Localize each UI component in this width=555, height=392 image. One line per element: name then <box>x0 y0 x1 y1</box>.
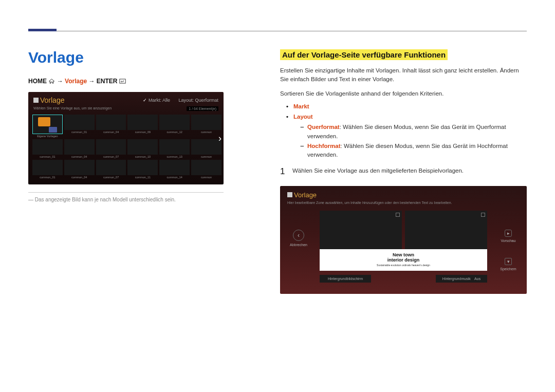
screenshot-left-counter: 1 / 64 Element(e) <box>187 106 218 111</box>
screenshot-left-title: Vorlage <box>33 96 64 104</box>
template-edit-screenshot: Vorlage Hier bearbeitbare Zone auswählen… <box>280 186 527 294</box>
screenshot-left-subtitle: Wählen Sie eine Vorlage aus, um sie anzu… <box>33 106 112 111</box>
thumb <box>96 160 126 175</box>
thumb <box>96 115 126 130</box>
thumb <box>127 115 158 130</box>
thumb <box>64 139 95 155</box>
breadcrumb-home: HOME <box>28 78 47 85</box>
thumb <box>32 139 63 155</box>
thumb-own-templates <box>32 115 63 134</box>
template-list-screenshot: Vorlage ✓ Markt: Alle Layout: Querformat… <box>28 92 224 184</box>
expand-icon <box>481 213 485 217</box>
preview-area: New town interior design Sustainable evo… <box>319 211 488 283</box>
screenshot-right-title: Vorlage <box>280 186 527 201</box>
criteria-list: Markt Layout Querformat: Wählen Sie dies… <box>286 102 527 160</box>
vorlage-icon <box>33 98 39 103</box>
thumb <box>159 160 190 175</box>
term-hochformat: Hochformat <box>307 143 341 149</box>
bg-image-button: Hintergrundbildschirm <box>320 275 371 283</box>
thumb <box>127 160 158 175</box>
section-para-2: Sortieren Sie die Vorlagenliste anhand d… <box>280 89 527 98</box>
divider <box>28 192 224 193</box>
screenshot-left-filters: ✓ Markt: Alle Layout: Querformat <box>136 98 218 103</box>
breadcrumb-arrow-2: → <box>89 78 95 85</box>
breadcrumb-arrow-1: → <box>57 78 63 85</box>
thumb <box>191 115 221 130</box>
thumb <box>64 115 95 130</box>
next-arrow-icon: › <box>218 133 221 144</box>
preview-bottom-row: Hintergrundbildschirm Hintergrundmusik A… <box>320 275 487 283</box>
enter-icon <box>119 79 126 84</box>
section-heading: Auf der Vorlage-Seite verfügbare Funktio… <box>280 49 448 60</box>
thumb <box>32 160 63 175</box>
breadcrumb-mid: Vorlage <box>65 78 87 85</box>
thumb <box>64 160 95 175</box>
screenshot-right-subtitle: Hier bearbeitbare Zone auswählen, um Inh… <box>280 201 527 204</box>
thumb <box>96 139 126 155</box>
expand-icon <box>396 213 400 217</box>
bg-music-button: Hintergrundmusik Aus <box>436 275 487 283</box>
svg-rect-0 <box>120 79 125 83</box>
header-rule <box>28 31 527 31</box>
term-querformat: Querformat <box>307 124 340 130</box>
preview-tile-right <box>405 211 487 249</box>
preview-caption: New town interior design Sustainable evo… <box>320 249 487 271</box>
breadcrumb: HOME → Vorlage → ENTER <box>28 78 224 85</box>
step-number: 1 <box>280 166 292 177</box>
right-column: Auf der Vorlage-Seite verfügbare Funktio… <box>280 49 527 294</box>
left-column: Vorlage HOME → Vorlage → ENTER Vorlage ✓… <box>28 49 224 202</box>
thumb <box>191 139 221 155</box>
screenshot-left-grid: Eigene Vorlagen common_01 common_04 comm… <box>28 113 224 179</box>
thumb <box>159 115 190 130</box>
section-para-1: Erstellen Sie einzigartige Inhalte mit V… <box>280 66 527 84</box>
thumb <box>159 139 190 155</box>
thumb <box>127 139 158 155</box>
header-accent <box>28 29 57 31</box>
thumb <box>191 160 221 175</box>
breadcrumb-enter: ENTER <box>97 78 118 85</box>
bullet-layout: Layout <box>293 114 313 120</box>
home-icon <box>48 79 55 84</box>
bullet-markt: Markt <box>293 103 309 109</box>
preview-tile-left <box>320 211 402 249</box>
step-1: 1 Wählen Sie eine Vorlage aus den mitgel… <box>280 166 527 177</box>
page-title: Vorlage <box>28 49 224 66</box>
footnote: Das angezeigte Bild kann je nach Modell … <box>28 197 224 202</box>
step-text: Wählen Sie eine Vorlage aus den mitgelie… <box>292 166 464 175</box>
layout-sublist: Querformat: Wählen Sie diesen Modus, wen… <box>300 123 527 159</box>
vorlage-icon <box>287 192 292 197</box>
